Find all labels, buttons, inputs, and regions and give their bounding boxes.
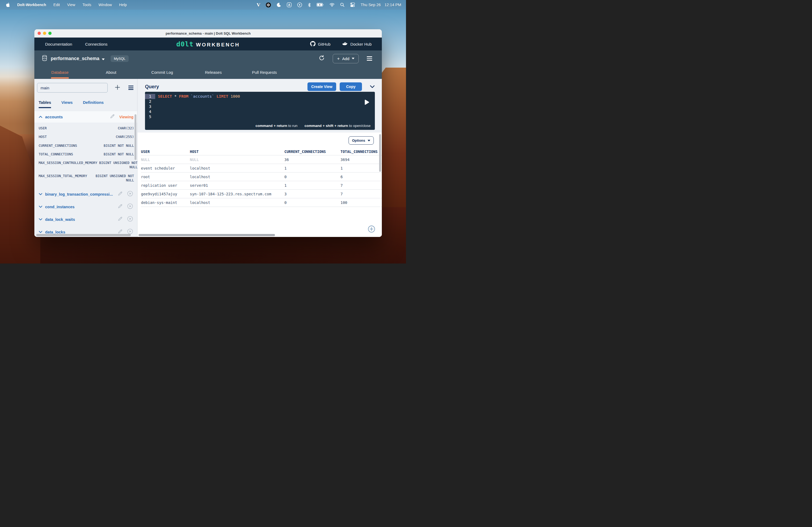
nav-documentation-link[interactable]: Documentation bbox=[45, 42, 72, 46]
menubar-time: 12:14 PM bbox=[385, 3, 401, 7]
chevron-down-icon[interactable] bbox=[39, 193, 42, 195]
docker-hub-link[interactable]: Docker Hub bbox=[342, 42, 372, 47]
refresh-icon[interactable] bbox=[319, 55, 325, 62]
edit-table-icon[interactable] bbox=[118, 216, 123, 223]
bluetooth-icon[interactable] bbox=[308, 3, 311, 7]
search-icon[interactable] bbox=[340, 3, 345, 7]
play-table-icon[interactable] bbox=[127, 204, 133, 210]
editor-line[interactable]: 5 bbox=[145, 114, 375, 119]
tab-commit-log[interactable]: Commit Log bbox=[137, 66, 188, 79]
sidebar-table-data-lock-waits[interactable]: data_lock_waits bbox=[34, 213, 137, 226]
add-row-icon[interactable] bbox=[367, 225, 375, 234]
sidebar-horizontal-scrollbar[interactable] bbox=[36, 234, 131, 236]
menu-icon[interactable] bbox=[367, 56, 372, 61]
table-row[interactable]: replication_userserver0117 bbox=[141, 181, 382, 190]
results-column-header[interactable]: HOST bbox=[190, 149, 284, 154]
sidebar-tab-views[interactable]: Views bbox=[61, 100, 73, 108]
apple-icon[interactable] bbox=[6, 2, 10, 7]
keyboard-layout-icon[interactable]: A bbox=[287, 2, 292, 7]
play-table-icon[interactable] bbox=[127, 216, 133, 223]
control-center-icon[interactable] bbox=[350, 2, 355, 7]
editor-line[interactable]: 1SELECT * FROM `accounts` LIMIT 1000 bbox=[145, 94, 375, 99]
sidebar-menu-icon[interactable] bbox=[128, 86, 133, 90]
svg-text:A: A bbox=[288, 3, 290, 6]
menubar-clock[interactable]: Thu Sep 26 12:14 PM bbox=[361, 3, 401, 7]
database-name[interactable]: performance_schema bbox=[51, 56, 99, 61]
collapse-query-chevron-icon[interactable] bbox=[370, 85, 375, 88]
table-row[interactable]: rootlocalhost06 bbox=[141, 172, 382, 181]
tab-database[interactable]: Database bbox=[34, 66, 85, 79]
chevron-down-icon[interactable] bbox=[39, 218, 42, 221]
column-row: MAX_SESSION_TOTAL_MEMORYBIGINT UNSIGNED … bbox=[34, 172, 137, 185]
sidebar-table-binary-log-transaction-compressi[interactable]: binary_log_transaction_compressi... bbox=[34, 188, 137, 200]
menu-view[interactable]: View bbox=[67, 3, 75, 7]
table-cell: 0 bbox=[284, 175, 340, 179]
v-logo-icon[interactable]: V bbox=[257, 2, 260, 7]
chevron-down-icon[interactable] bbox=[39, 231, 42, 233]
edit-table-icon[interactable] bbox=[118, 191, 123, 197]
moon-icon[interactable] bbox=[277, 3, 281, 7]
table-name[interactable]: data_locks bbox=[45, 230, 65, 234]
sidebar-tab-tables[interactable]: Tables bbox=[39, 100, 51, 108]
github-link[interactable]: GitHub bbox=[310, 41, 331, 47]
edit-table-icon[interactable] bbox=[110, 114, 115, 120]
code-line bbox=[155, 109, 158, 114]
table-name[interactable]: binary_log_transaction_compressi... bbox=[45, 192, 113, 196]
sidebar-tab-definitions[interactable]: Definitions bbox=[83, 100, 104, 108]
shortcut-run-action: to run bbox=[287, 124, 298, 128]
table-cell: replication_user bbox=[141, 183, 190, 187]
results-column-header[interactable]: CURRENT_CONNECTIONS bbox=[284, 149, 340, 154]
menu-dolt-workbench[interactable]: Dolt-Workbench bbox=[17, 3, 46, 7]
editor-line[interactable]: 4 bbox=[145, 109, 375, 114]
menu-edit[interactable]: Edit bbox=[54, 3, 60, 7]
editor-line[interactable]: 3 bbox=[145, 104, 375, 109]
add-table-icon[interactable] bbox=[115, 85, 120, 91]
results-column-header[interactable]: TOTAL_CONNECTIONS bbox=[340, 149, 382, 154]
chevron-up-icon[interactable] bbox=[39, 116, 42, 118]
expanded-table-name[interactable]: accounts bbox=[45, 115, 63, 119]
play-circle-icon[interactable] bbox=[297, 2, 302, 7]
table-name[interactable]: data_lock_waits bbox=[45, 217, 75, 222]
nav-connections-link[interactable]: Connections bbox=[85, 42, 107, 46]
table-cell: 100 bbox=[340, 200, 382, 205]
audio-waveform-icon[interactable] bbox=[266, 2, 271, 7]
add-button[interactable]: + Add bbox=[333, 54, 359, 63]
create-view-button[interactable]: Create View bbox=[307, 82, 336, 91]
table-cell: NULL bbox=[141, 157, 190, 162]
table-row[interactable]: gee9vydi1457ajuysyn-107-184-125-223.res.… bbox=[141, 190, 382, 198]
battery-icon[interactable] bbox=[317, 3, 324, 7]
window-titlebar[interactable]: performance_schema - main | Dolt SQL Wor… bbox=[34, 29, 382, 37]
results-horizontal-scrollbar[interactable] bbox=[139, 234, 275, 236]
play-table-icon[interactable] bbox=[127, 191, 133, 197]
sidebar-vertical-scrollbar[interactable] bbox=[134, 114, 136, 160]
menu-help[interactable]: Help bbox=[119, 3, 127, 7]
branch-input[interactable] bbox=[37, 83, 108, 93]
column-type: BIGINT NOT NULL bbox=[104, 144, 134, 148]
expanded-table-header[interactable]: accounts Viewing bbox=[34, 111, 137, 123]
results-vertical-scrollbar[interactable] bbox=[379, 134, 381, 172]
table-row[interactable]: debian-sys-maintlocalhost0100 bbox=[141, 198, 382, 207]
sql-editor[interactable]: 1SELECT * FROM `accounts` LIMIT 10002345… bbox=[145, 92, 375, 130]
options-button[interactable]: Options bbox=[349, 136, 374, 145]
table-row[interactable]: event_schedulerlocalhost11 bbox=[141, 164, 382, 172]
results-column-header[interactable]: USER bbox=[141, 149, 190, 154]
edit-table-icon[interactable] bbox=[118, 204, 123, 210]
tab-pull-requests[interactable]: Pull Requests bbox=[239, 66, 290, 79]
chevron-down-icon[interactable] bbox=[39, 206, 42, 208]
tab-releases[interactable]: Releases bbox=[188, 66, 239, 79]
line-number: 1 bbox=[145, 94, 155, 99]
editor-line[interactable]: 2 bbox=[145, 99, 375, 104]
database-dropdown-caret-icon[interactable] bbox=[102, 57, 105, 61]
tab-about[interactable]: About bbox=[85, 66, 136, 79]
sql-token: LIMIT bbox=[216, 94, 228, 99]
menu-tools[interactable]: Tools bbox=[83, 3, 91, 7]
copy-button[interactable]: Copy bbox=[340, 82, 362, 91]
wifi-icon[interactable] bbox=[330, 3, 335, 7]
table-row[interactable]: NULLNULL363694 bbox=[141, 155, 382, 164]
dolt-workbench-logo[interactable]: d0lt WORKBENCH bbox=[176, 40, 240, 48]
table-name[interactable]: cond_instances bbox=[45, 205, 75, 209]
run-query-icon[interactable] bbox=[364, 99, 369, 106]
menu-window[interactable]: Window bbox=[99, 3, 112, 7]
engine-badge: MySQL bbox=[111, 55, 129, 62]
sidebar-table-cond-instances[interactable]: cond_instances bbox=[34, 200, 137, 213]
